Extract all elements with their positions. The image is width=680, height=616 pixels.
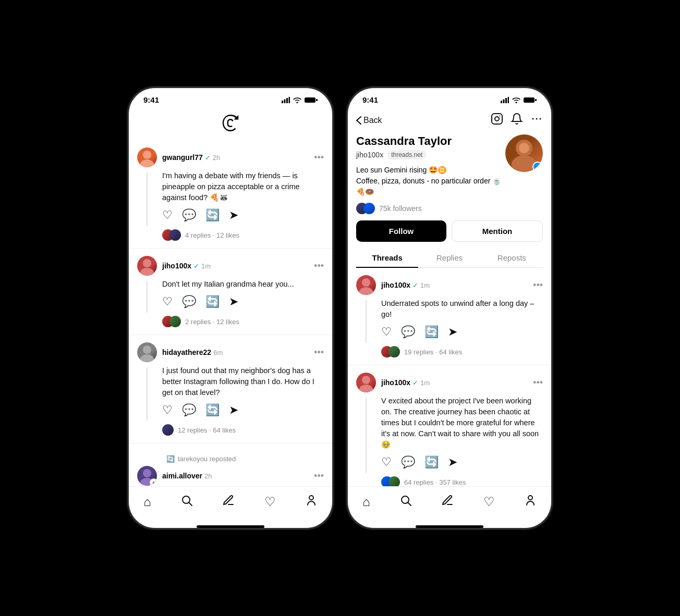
like-button[interactable]: ♡ [162, 208, 173, 222]
like-button[interactable]: ♡ [162, 295, 173, 309]
profile-screen: Back Cassandra Taylor [348, 107, 551, 528]
post-meta: jiho100x ✓ 1m [162, 262, 211, 270]
svg-line-37 [408, 503, 411, 506]
repost-button[interactable]: 🔄 [424, 325, 439, 339]
post-text-area: I just found out that my neighbor's dog … [162, 365, 324, 421]
nav-likes-button[interactable]: ♡ [478, 492, 500, 511]
post-header-left: jiho100x ✓ 1m [356, 373, 430, 392]
reply-avatar [169, 316, 181, 327]
post-item: hidayathere22 6m ••• [129, 335, 332, 443]
post-meta: aimi.allover 2h [162, 472, 212, 480]
username-row: aimi.allover 2h [162, 472, 212, 480]
more-button[interactable]: ••• [533, 280, 543, 291]
tab-replies[interactable]: Replies [418, 248, 480, 267]
repost-button[interactable]: 🔄 [205, 208, 220, 222]
like-button[interactable]: ♡ [381, 325, 392, 339]
nav-home-button[interactable]: ⌂ [138, 492, 156, 511]
nav-compose-button[interactable] [436, 492, 459, 512]
nav-profile-button[interactable] [300, 492, 323, 512]
more-button[interactable]: ••• [314, 152, 324, 163]
reply-button[interactable]: 💬 [401, 455, 415, 469]
svg-point-25 [500, 116, 501, 117]
reply-avatar [388, 346, 400, 358]
mention-button[interactable]: Mention [452, 220, 543, 242]
share-button[interactable]: ➤ [229, 295, 238, 309]
follow-button[interactable]: Follow [356, 220, 446, 242]
profile-info: Cassandra Taylor jiho100x threads.net Le… [348, 132, 551, 220]
svg-rect-17 [501, 101, 502, 103]
repost-button[interactable]: 🔄 [424, 455, 439, 469]
svg-point-35 [359, 385, 373, 392]
svg-rect-20 [508, 97, 509, 103]
svg-rect-23 [492, 114, 502, 124]
share-button[interactable]: ➤ [229, 208, 238, 222]
reply-avatar [388, 476, 400, 486]
reply-button[interactable]: 💬 [401, 325, 415, 339]
svg-point-6 [143, 151, 151, 159]
back-button[interactable]: Back [356, 116, 382, 125]
more-button[interactable]: ••• [314, 261, 324, 272]
svg-point-31 [519, 143, 529, 153]
avatar [137, 256, 157, 276]
feed-screen: gwangurl77 ✓ 2h ••• [129, 107, 332, 528]
more-button[interactable]: ••• [314, 471, 324, 482]
nav-home-button[interactable]: ⌂ [357, 492, 375, 511]
feed-list: gwangurl77 ✓ 2h ••• [129, 140, 332, 486]
status-bar-feed: 9:41 [129, 88, 332, 107]
threads-badge: threads.net [387, 150, 426, 159]
share-button[interactable]: ➤ [448, 325, 457, 339]
home-indicator [416, 525, 483, 528]
reply-button[interactable]: 💬 [182, 295, 196, 309]
profile-tabs: Threads Replies Reposts [356, 248, 543, 268]
post-body: Underrated spots to unwind after a long … [356, 298, 543, 343]
nav-profile-button[interactable] [519, 492, 542, 512]
verified-profile-badge: ✓ [532, 162, 543, 172]
instagram-icon[interactable] [491, 113, 503, 128]
svg-point-16 [309, 496, 313, 500]
nav-search-button[interactable] [175, 492, 198, 512]
post-meta: jiho100x ✓ 1m [381, 281, 430, 289]
reply-button[interactable]: 💬 [182, 403, 196, 417]
profile-handle-row: jiho100x threads.net [356, 150, 505, 159]
nav-likes-button[interactable]: ♡ [259, 492, 281, 511]
thread-line-bar [366, 300, 367, 343]
post-actions: ♡ 💬 🔄 ➤ [162, 403, 324, 417]
post-text: I'm having a debate with my friends — is… [162, 170, 324, 203]
reply-button[interactable]: 💬 [182, 208, 196, 222]
home-indicator [197, 525, 264, 528]
share-button[interactable]: ➤ [448, 455, 457, 469]
username-row: jiho100x ✓ 1m [381, 378, 430, 387]
tab-reposts[interactable]: Reposts [481, 248, 543, 267]
more-options-icon[interactable] [530, 113, 543, 128]
like-button[interactable]: ♡ [162, 403, 173, 417]
nav-search-button[interactable] [394, 492, 417, 512]
post-actions: ♡ 💬 🔄 ➤ [162, 208, 324, 222]
username: gwangurl77 [162, 153, 203, 162]
avatar [356, 373, 376, 392]
nav-compose-button[interactable] [217, 492, 240, 512]
avatar: + [137, 466, 157, 486]
like-button[interactable]: ♡ [381, 455, 392, 469]
tab-threads[interactable]: Threads [356, 248, 418, 267]
followers-row: 75k followers [356, 203, 505, 214]
thread-line [137, 279, 157, 313]
svg-rect-22 [535, 99, 537, 101]
bottom-nav-profile: ⌂ ♡ [348, 486, 551, 522]
repost-button[interactable]: 🔄 [205, 295, 220, 309]
notification-icon[interactable] [511, 113, 523, 128]
bio-line1: Leo sun Gemini rising 🤩♊ [356, 165, 505, 176]
svg-point-27 [536, 118, 538, 120]
more-button[interactable]: ••• [314, 347, 324, 358]
post-header: jiho100x ✓ 1m ••• [356, 373, 543, 392]
share-button[interactable]: ➤ [229, 403, 238, 417]
post-text-area: Underrated spots to unwind after a long … [381, 298, 543, 343]
post-actions: ♡ 💬 🔄 ➤ [381, 325, 543, 339]
wifi-icon [512, 97, 520, 103]
repost-button[interactable]: 🔄 [205, 403, 220, 417]
username-row: hidayathere22 6m [162, 348, 223, 356]
post-time: 2h [204, 472, 212, 480]
post-text: Underrated spots to unwind after a long … [381, 298, 543, 320]
post-actions: ♡ 💬 🔄 ➤ [162, 295, 324, 309]
phones-container: 9:41 [129, 88, 551, 528]
more-button[interactable]: ••• [533, 377, 543, 388]
